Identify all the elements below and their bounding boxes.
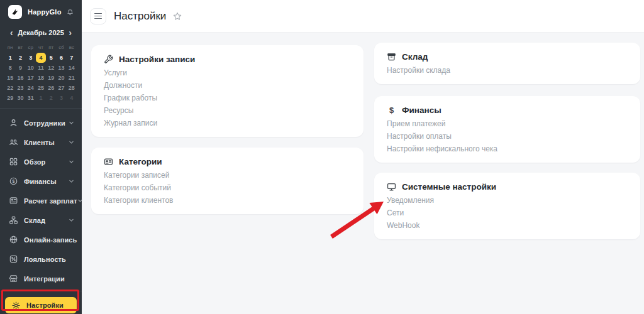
calendar-day[interactable]: 21: [67, 73, 77, 83]
people-icon: [9, 138, 18, 147]
link-event-categories[interactable]: Категории событий: [104, 181, 351, 194]
link-warehouse-settings[interactable]: Настройки склада: [387, 64, 628, 77]
calendar-day[interactable]: 3: [56, 93, 66, 103]
card-title: Настройки записи: [119, 55, 195, 64]
sidebar-item-settings-active[interactable]: Настройки: [5, 297, 77, 313]
calendar-day[interactable]: 19: [46, 73, 56, 83]
calendar-prev-button[interactable]: ‹: [10, 28, 13, 37]
chevron-down-icon: [77, 198, 83, 203]
calendar-next-button[interactable]: ›: [69, 28, 72, 37]
calendar-day[interactable]: 1: [36, 93, 46, 103]
calendar-day[interactable]: 2: [15, 53, 25, 63]
sidebar-item-integrations[interactable]: Интеграции: [0, 269, 82, 288]
chevron-down-icon: [69, 120, 74, 126]
mini-calendar: ‹ Декабрь 2025 › пнвтсрчтптсбвс 12345678…: [0, 23, 82, 106]
sidebar-item-warehouse[interactable]: Склад: [0, 210, 82, 230]
link-record-categories[interactable]: Категории записей: [104, 169, 351, 181]
link-client-categories[interactable]: Категории клиентов: [104, 194, 351, 207]
sidebar-divider: [0, 291, 82, 291]
sidebar-item-payroll[interactable]: Расчет зарплат: [0, 191, 82, 210]
main-area: Настройки Настройки записи Услуги Должно…: [82, 0, 644, 314]
card-system-settings: Системные настройки Уведомления Сети Web…: [374, 173, 640, 239]
chevron-down-icon: [69, 139, 74, 145]
calendar-day[interactable]: 6: [56, 53, 66, 63]
calendar-day[interactable]: 5: [46, 53, 56, 63]
sidebar-item-online-booking[interactable]: Онлайн-запись: [0, 230, 82, 249]
content-area: Настройки записи Услуги Должности График…: [82, 33, 644, 314]
chevron-down-icon: [69, 178, 74, 184]
calendar-day[interactable]: 15: [5, 73, 15, 83]
calendar-grid: 1234567891011121314151617181920212223242…: [5, 53, 77, 103]
svg-text:$: $: [13, 179, 15, 184]
link-record-journal[interactable]: Журнал записи: [104, 117, 351, 129]
calendar-day[interactable]: 8: [5, 63, 15, 73]
calendar-day[interactable]: 22: [5, 83, 15, 93]
calendar-day[interactable]: 14: [67, 63, 77, 73]
grid-icon: [9, 157, 18, 166]
chevron-down-icon: [69, 217, 74, 223]
archive-box-icon: [387, 52, 396, 62]
card-categories: Категории Категории записей Категории со…: [91, 148, 364, 214]
link-notifications[interactable]: Уведомления: [387, 194, 628, 207]
link-payment-settings[interactable]: Настройки оплаты: [387, 130, 628, 143]
monitor-icon: [387, 182, 396, 192]
calendar-day[interactable]: 11: [36, 63, 46, 73]
calendar-day[interactable]: 7: [67, 53, 77, 63]
calendar-weekday: вс: [67, 45, 77, 50]
calendar-day[interactable]: 2: [46, 93, 56, 103]
card-title: Системные настройки: [402, 182, 496, 192]
calendar-day[interactable]: 10: [26, 63, 36, 73]
link-payment-acceptance[interactable]: Прием платежей: [387, 117, 628, 130]
calendar-day[interactable]: 23: [15, 83, 25, 93]
card-finances: $ Финансы Прием платежей Настройки оплат…: [374, 96, 640, 163]
calendar-weekday: ср: [26, 45, 36, 50]
calendar-day[interactable]: 27: [56, 83, 66, 93]
sidebar-header: HappyGlo: [0, 0, 82, 23]
globe-icon: [9, 235, 18, 244]
calendar-day[interactable]: 24: [26, 83, 36, 93]
sidebar-item-finances[interactable]: $ Финансы: [0, 171, 82, 191]
calendar-day[interactable]: 4: [67, 93, 77, 103]
link-work-schedule[interactable]: График работы: [104, 92, 351, 104]
calendar-day[interactable]: 1: [5, 53, 15, 63]
calendar-day[interactable]: 28: [67, 83, 77, 93]
sidebar-item-employees[interactable]: Сотрудники: [0, 113, 82, 133]
sidebar-item-overview[interactable]: Обзор: [0, 152, 82, 171]
calendar-day[interactable]: 13: [56, 63, 66, 73]
calendar-day[interactable]: 18: [36, 73, 46, 83]
calendar-day[interactable]: 25: [36, 83, 46, 93]
page-header: Настройки: [82, 0, 644, 33]
sidebar: HappyGlo ‹ Декабрь 2025 › пнвтсрчтптсбвс…: [0, 0, 82, 314]
calendar-day-selected[interactable]: 4: [36, 53, 46, 63]
bell-icon[interactable]: [66, 8, 74, 16]
brand-logo-icon: [11, 8, 19, 16]
warehouse-icon: [9, 215, 18, 225]
calendar-day[interactable]: 20: [56, 73, 66, 83]
hamburger-menu-button[interactable]: [90, 8, 106, 24]
calendar-day[interactable]: 30: [15, 93, 25, 103]
brand-logo: [8, 5, 22, 19]
card-warehouse: Склад Настройки склада: [374, 43, 640, 84]
link-webhook[interactable]: WebHook: [387, 219, 628, 232]
link-services[interactable]: Услуги: [104, 67, 351, 79]
card-title: Склад: [402, 52, 428, 62]
link-networks[interactable]: Сети: [387, 207, 628, 219]
dollar-icon: $: [387, 106, 396, 115]
calendar-day[interactable]: 26: [46, 83, 56, 93]
calendar-day[interactable]: 31: [26, 93, 36, 103]
sidebar-item-clients[interactable]: Клиенты: [0, 133, 82, 152]
calendar-day[interactable]: 3: [26, 53, 36, 63]
calendar-day[interactable]: 17: [26, 73, 36, 83]
favorite-star-icon[interactable]: [172, 11, 182, 21]
calendar-day[interactable]: 16: [15, 73, 25, 83]
link-positions[interactable]: Должности: [104, 79, 351, 92]
calendar-day[interactable]: 9: [15, 63, 25, 73]
calendar-day[interactable]: 12: [46, 63, 56, 73]
id-card-icon: [104, 157, 113, 166]
page-title: Настройки: [114, 10, 166, 23]
sidebar-item-loyalty[interactable]: Лояльность: [0, 249, 82, 269]
link-nonfiscal-receipt-settings[interactable]: Настройки нефискального чека: [387, 143, 628, 155]
calendar-day[interactable]: 29: [5, 93, 15, 103]
calendar-weekday: пн: [5, 45, 15, 50]
link-resources[interactable]: Ресурсы: [104, 104, 351, 117]
